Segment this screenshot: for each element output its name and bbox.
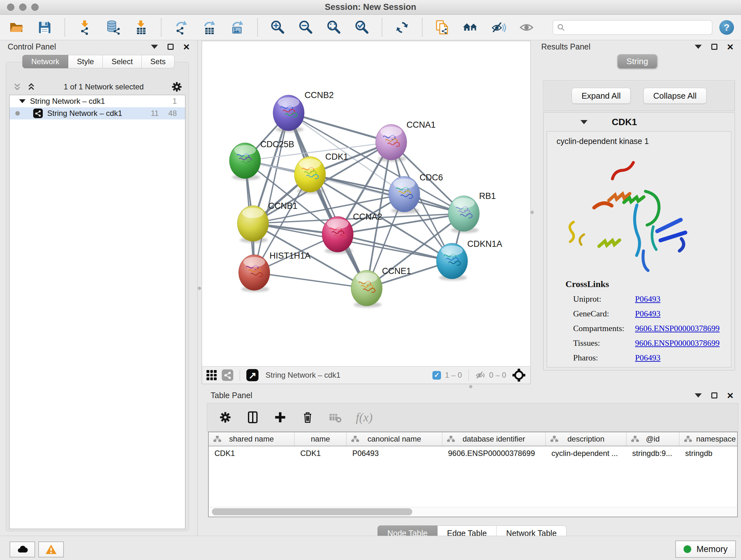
left-splitter-handle[interactable] xyxy=(198,287,201,290)
home-neighbors-button[interactable] xyxy=(461,17,480,37)
zoom-in-button[interactable] xyxy=(268,17,287,37)
checkbox-checked-icon[interactable]: ✓ xyxy=(432,371,441,380)
panel-close-icon[interactable]: × xyxy=(183,44,190,50)
network-node-RB1[interactable]: RB1 xyxy=(448,191,495,233)
panel-float-icon[interactable] xyxy=(711,392,718,398)
horizontal-splitter-handle[interactable] xyxy=(469,385,472,388)
panel-menu-icon[interactable] xyxy=(695,45,702,49)
plus-icon[interactable] xyxy=(273,411,287,424)
network-edge-CCNB2-CCNE1[interactable] xyxy=(288,113,367,288)
search-box[interactable] xyxy=(553,20,712,35)
table-cell[interactable]: CDK1 xyxy=(294,446,347,460)
crosslink-link[interactable]: P06493 xyxy=(635,307,660,321)
import-database-button[interactable] xyxy=(104,17,123,37)
save-button[interactable] xyxy=(35,17,54,37)
horizontal-scrollbar[interactable] xyxy=(209,507,737,516)
crosslink-link[interactable]: P06493 xyxy=(635,292,660,307)
column-header-database-identifier[interactable]: database identifier xyxy=(442,432,546,446)
collapse-all-icon[interactable] xyxy=(12,82,23,91)
gear-icon[interactable] xyxy=(171,81,183,93)
table-cell[interactable]: P06493 xyxy=(347,446,442,460)
network-canvas[interactable]: CCNB2CCNA1CDC25BCDK1CDC6RB1CCNB1CCNA2CDK… xyxy=(202,41,530,366)
network-row-selected[interactable]: String Network – cdk1 11 48 xyxy=(10,107,185,119)
show-eye-button[interactable] xyxy=(517,17,536,37)
column-header-name[interactable]: name xyxy=(294,432,347,446)
help-button[interactable]: ? xyxy=(719,20,734,35)
columns-icon[interactable] xyxy=(246,411,259,424)
network-node-CCNB2[interactable]: CCNB2 xyxy=(273,90,334,132)
expand-all-icon[interactable] xyxy=(26,82,37,91)
column-header-canonical-name[interactable]: canonical name xyxy=(347,432,442,446)
network-node-CDC6[interactable]: CDC6 xyxy=(389,173,443,213)
tab-style[interactable]: Style xyxy=(68,55,103,68)
panel-menu-icon[interactable] xyxy=(695,393,702,397)
search-input[interactable] xyxy=(568,23,708,32)
expand-all-button[interactable]: Expand All xyxy=(571,88,630,104)
scrollbar-thumb[interactable] xyxy=(212,508,412,515)
entry-collapse-icon[interactable] xyxy=(581,120,588,124)
node-label-CCNB2: CCNB2 xyxy=(305,90,333,100)
zoom-out-button[interactable] xyxy=(296,17,315,37)
panel-menu-icon[interactable] xyxy=(151,45,158,49)
table-cell[interactable]: stringdb:9... xyxy=(626,446,679,460)
tab-sets[interactable]: Sets xyxy=(142,55,175,68)
panel-close-icon[interactable]: × xyxy=(727,392,733,398)
network-edge-CCNB2-CCNA1[interactable] xyxy=(288,113,391,142)
table-cell[interactable]: stringdb xyxy=(679,446,738,460)
external-link-icon[interactable]: ↗ xyxy=(246,369,259,381)
hide-eye-button[interactable] xyxy=(489,17,508,37)
table-row[interactable]: CDK1CDK1P064939606.ENSP00000378699cyclin… xyxy=(209,446,737,460)
collection-count: 1 xyxy=(173,97,177,106)
network-node-HIST1H1A[interactable]: HIST1H1A xyxy=(239,251,311,292)
cloud-button[interactable] xyxy=(10,542,35,557)
warning-button[interactable] xyxy=(38,542,64,557)
share-icon[interactable] xyxy=(222,369,233,381)
column-header--id[interactable]: @id xyxy=(626,432,679,446)
trash-icon[interactable] xyxy=(301,411,314,424)
crosshair-icon[interactable] xyxy=(512,368,526,382)
collection-expand-icon[interactable] xyxy=(19,99,25,103)
export-network-button[interactable] xyxy=(172,17,191,37)
tab-select[interactable]: Select xyxy=(103,55,142,68)
network-edge-CCNA2-CDKN1A[interactable] xyxy=(338,234,452,261)
network-edge-HIST1H1A-CCNE1[interactable] xyxy=(254,273,367,288)
panel-close-icon[interactable]: × xyxy=(727,44,733,50)
grid-view-icon[interactable] xyxy=(206,370,217,380)
crosslink-link[interactable]: 9606.ENSP00000378699 xyxy=(635,336,720,351)
crosslink-link[interactable]: 9606.ENSP00000378699 xyxy=(635,321,720,336)
panel-float-icon[interactable] xyxy=(167,44,174,50)
function-builder-button[interactable]: f(x) xyxy=(356,410,373,424)
duplicate-pages-button[interactable] xyxy=(433,17,452,37)
network-node-CCNE1[interactable]: CCNE1 xyxy=(351,266,411,308)
import-network-button[interactable] xyxy=(75,17,94,37)
table-cell[interactable]: 9606.ENSP00000378699 xyxy=(442,446,546,460)
crosslink-link[interactable]: P06493 xyxy=(635,351,660,365)
network-edge-CCNB2-HIST1H1A[interactable] xyxy=(254,113,289,273)
gear-icon[interactable] xyxy=(219,411,232,424)
open-folder-button[interactable] xyxy=(7,17,26,37)
zoom-selected-button[interactable] xyxy=(352,17,372,37)
minimize-window-button[interactable] xyxy=(19,3,26,11)
refresh-button[interactable] xyxy=(393,17,412,37)
column-header-namespace[interactable]: namespace xyxy=(679,432,738,446)
result-entry-header[interactable]: CDK1 xyxy=(543,113,735,131)
table-cell[interactable]: CDK1 xyxy=(209,446,294,460)
tab-string[interactable]: String xyxy=(617,54,657,68)
panel-float-icon[interactable] xyxy=(711,44,718,50)
network-collection-row[interactable]: String Network – cdk1 1 xyxy=(10,95,185,107)
collapse-all-button[interactable]: Collapse All xyxy=(643,88,706,104)
column-header-shared-name[interactable]: shared name xyxy=(209,432,294,446)
delete-table-icon[interactable] xyxy=(328,411,342,424)
export-image-button[interactable] xyxy=(228,17,247,37)
tab-network[interactable]: Network xyxy=(22,55,68,68)
column-header-description[interactable]: description xyxy=(546,432,626,446)
network-node-CDKN1A[interactable]: CDKN1A xyxy=(436,239,502,281)
hidden-eye-icon[interactable] xyxy=(475,370,486,381)
table-cell[interactable]: cyclin-dependent ... xyxy=(546,446,626,460)
memory-button[interactable]: Memory xyxy=(675,541,736,558)
zoom-window-button[interactable] xyxy=(31,3,39,11)
export-table-button[interactable] xyxy=(200,17,219,37)
import-table-button[interactable] xyxy=(131,17,151,37)
close-window-button[interactable] xyxy=(7,3,14,11)
zoom-fit-button[interactable] xyxy=(324,17,343,37)
